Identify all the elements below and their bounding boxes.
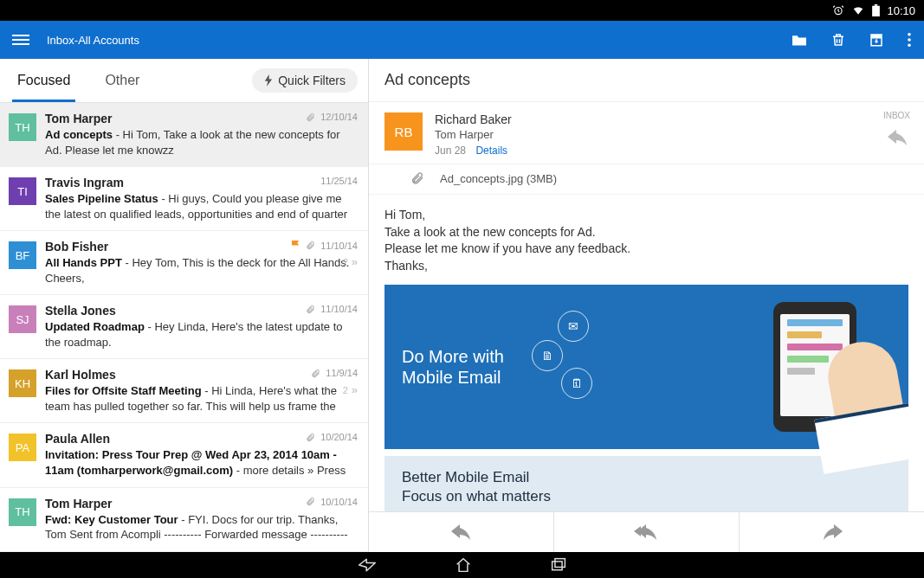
message-meta: 10/20/14 — [306, 432, 358, 442]
reply-all-button[interactable] — [554, 512, 740, 552]
app-bar: Inbox-All Accounts — [0, 21, 924, 59]
svg-rect-9 — [554, 559, 564, 568]
avatar: TH — [9, 113, 36, 141]
appbar-title: Inbox-All Accounts — [47, 34, 768, 47]
android-status-bar: 10:10 — [0, 0, 924, 21]
message-meta: 11/10/14 — [291, 240, 358, 251]
avatar: BF — [9, 241, 36, 269]
quick-filters-button[interactable]: Quick Filters — [252, 68, 358, 93]
message-snippet: Ad concepts - Hi Tom, Take a look at the… — [45, 127, 358, 157]
reply-icon[interactable] — [888, 130, 908, 145]
lightning-icon — [264, 74, 273, 87]
message-snippet: Files for Offsite Staff Meeting - Hi Lin… — [45, 383, 358, 414]
flag-icon — [291, 240, 300, 251]
message-list-pane: Focused Other Quick Filters THTom Harper… — [0, 59, 369, 552]
message-list[interactable]: THTom HarperAd concepts - Hi Tom, Take a… — [0, 103, 368, 552]
sender-avatar: RB — [384, 112, 423, 151]
message-snippet: Fwd: Key Customer Tour - FYI. Docs for o… — [45, 512, 358, 543]
calendar-circle-icon: 🗓 — [561, 368, 592, 399]
mail-to: Tom Harper — [435, 128, 512, 141]
inbox-tabs: Focused Other Quick Filters — [0, 59, 368, 103]
thread-count: 2» — [343, 383, 358, 396]
message-date: 10/10/14 — [320, 497, 358, 507]
status-time: 10:10 — [887, 4, 915, 17]
mail-body: Hi Tom, Take a look at the new concepts … — [369, 195, 924, 511]
svg-rect-1 — [873, 6, 881, 16]
message-date: 11/9/14 — [326, 368, 358, 378]
message-row[interactable]: PAPaula AllenInvitation: Press Tour Prep… — [0, 423, 368, 487]
avatar: KH — [9, 369, 36, 397]
attachment-icon — [306, 433, 315, 442]
body-line: Take a look at the new concepts for Ad. — [384, 224, 908, 241]
wifi-icon — [851, 4, 865, 16]
message-date: 11/25/14 — [320, 176, 358, 186]
recent-apps-button[interactable] — [550, 557, 567, 573]
body-line: Hi Tom, — [384, 207, 908, 224]
paperclip-icon — [410, 171, 424, 185]
svg-point-5 — [908, 33, 911, 36]
message-meta: 11/9/14 — [311, 368, 358, 378]
reply-button[interactable] — [369, 512, 554, 552]
mail-subject: Ad concepts — [369, 59, 924, 102]
forward-button[interactable] — [740, 512, 924, 552]
mail-header: RB Richard Baker Tom Harper Jun 28 Detai… — [369, 102, 924, 164]
attachment-icon — [311, 369, 320, 378]
message-row[interactable]: THTom HarperAd concepts - Hi Tom, Take a… — [0, 103, 368, 167]
message-date: 12/10/14 — [320, 112, 358, 122]
attachment-icon — [306, 112, 315, 122]
mail-date: Jun 28 — [435, 144, 466, 157]
avatar: PA — [9, 434, 36, 461]
home-button[interactable] — [455, 557, 472, 573]
tab-focused[interactable]: Focused — [0, 59, 87, 102]
mail-action-bar — [369, 511, 924, 552]
message-date: 11/10/14 — [320, 304, 358, 314]
avatar: SJ — [9, 305, 36, 333]
reading-pane: Ad concepts RB Richard Baker Tom Harper … — [369, 59, 924, 552]
message-meta: 10/10/14 — [306, 497, 358, 507]
battery-icon — [872, 4, 880, 16]
attachment-icon — [306, 497, 315, 506]
body-line: Please let me know if you have any feedb… — [384, 241, 908, 258]
delete-icon[interactable] — [830, 32, 846, 48]
message-row[interactable]: THTom HarperFwd: Key Customer Tour - FYI… — [0, 488, 368, 552]
android-nav-bar — [0, 552, 924, 578]
svg-point-7 — [908, 44, 911, 48]
body-line: Thanks, — [384, 258, 908, 275]
attachment-icon — [306, 241, 315, 250]
alarm-icon — [832, 4, 844, 16]
quick-filters-label: Quick Filters — [278, 74, 346, 87]
message-snippet: All Hands PPT - Hey Tom, This is the dec… — [45, 255, 358, 286]
mail-from: Richard Baker — [435, 112, 512, 126]
folder-icon[interactable] — [791, 33, 808, 47]
thread-count: 2» — [343, 255, 358, 268]
attachment-row[interactable]: Ad_concepts.jpg (3MB) — [369, 164, 924, 195]
overflow-menu-icon[interactable] — [907, 32, 912, 48]
svg-rect-8 — [552, 562, 561, 570]
message-date: 11/10/14 — [320, 241, 358, 251]
message-sender: Travis Ingram — [45, 176, 358, 189]
tab-other[interactable]: Other — [87, 59, 157, 102]
message-row[interactable]: KHKarl HolmesFiles for Offsite Staff Mee… — [0, 359, 368, 423]
folder-badge: INBOX — [883, 111, 910, 120]
message-snippet: Invitation: Press Tour Prep @ Wed Apr 23… — [45, 447, 358, 478]
details-link[interactable]: Details — [475, 144, 507, 157]
svg-point-6 — [908, 38, 911, 42]
attachment-icon — [306, 305, 315, 314]
menu-button[interactable] — [12, 32, 29, 48]
message-row[interactable]: SJStella JonesUpdated Roadmap - Hey Lind… — [0, 295, 368, 359]
message-row[interactable]: BFBob FisherAll Hands PPT - Hey Tom, Thi… — [0, 231, 368, 295]
notes-circle-icon: 🗎 — [532, 340, 563, 371]
message-meta: 11/25/14 — [320, 176, 358, 186]
mail-circle-icon: ✉ — [558, 311, 589, 342]
promo-image-1: Do More with Mobile Email ✉ 🗎 🗓 — [384, 285, 908, 449]
message-date: 10/20/14 — [320, 432, 358, 442]
message-row[interactable]: TITravis IngramSales Pipeline Status - H… — [0, 167, 368, 231]
message-snippet: Updated Roadmap - Hey Linda, Here's the … — [45, 319, 358, 350]
message-meta: 12/10/14 — [306, 112, 358, 122]
message-meta: 11/10/14 — [306, 304, 358, 314]
svg-rect-2 — [875, 4, 878, 6]
svg-rect-3 — [870, 34, 882, 37]
archive-icon[interactable] — [869, 32, 884, 48]
message-snippet: Sales Pipeline Status - Hi guys, Could y… — [45, 191, 358, 222]
back-button[interactable] — [358, 557, 377, 573]
